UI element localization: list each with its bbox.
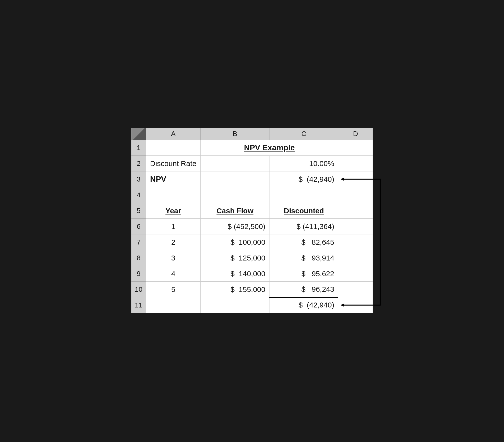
- cell-c7[interactable]: $ 82,645: [270, 234, 338, 250]
- col-header-d: D: [338, 128, 373, 140]
- row-header-8: 8: [131, 250, 146, 266]
- cell-a9[interactable]: 4: [146, 266, 200, 282]
- row-6: 6 1 $ (452,500) $ (411,364): [131, 219, 373, 234]
- row-10: 10 5 $ 155,000 $ 96,243: [131, 282, 373, 297]
- row-header-10: 10: [131, 282, 146, 297]
- discount-rate-label: Discount Rate: [150, 159, 196, 167]
- cell-d3[interactable]: [338, 171, 373, 187]
- cell-d10[interactable]: [338, 282, 373, 297]
- disc-7: $ 82,645: [302, 238, 334, 246]
- row-8: 8 3 $ 125,000 $ 93,914: [131, 250, 373, 266]
- cell-d4[interactable]: [338, 187, 373, 203]
- cell-a10[interactable]: 5: [146, 282, 200, 297]
- row-11: 11 $ (42,940): [131, 297, 373, 313]
- row-header-11: 11: [131, 297, 146, 313]
- cell-b9[interactable]: $ 140,000: [200, 266, 270, 282]
- cell-c5[interactable]: Discounted: [270, 203, 338, 219]
- row-2: 2 Discount Rate 10.00%: [131, 156, 373, 171]
- col-header-b: B: [200, 128, 270, 140]
- row-header-9: 9: [131, 266, 146, 282]
- cell-a11[interactable]: [146, 297, 200, 313]
- npv-value: $ (42,940): [299, 175, 334, 183]
- row-header-7: 7: [131, 234, 146, 250]
- npv-label: NPV: [150, 175, 166, 183]
- cf-7: $ 100,000: [230, 238, 265, 246]
- cell-c4[interactable]: [270, 187, 338, 203]
- disc-9: $ 95,622: [302, 270, 334, 278]
- cell-b3[interactable]: [200, 171, 270, 187]
- cell-b11[interactable]: [200, 297, 270, 313]
- cell-c6[interactable]: $ (411,364): [270, 219, 338, 234]
- cell-a7[interactable]: 2: [146, 234, 200, 250]
- discount-rate-value: 10.00%: [309, 159, 334, 167]
- row-header-2: 2: [131, 156, 146, 171]
- title-text: NPV Example: [244, 143, 295, 152]
- row-4: 4: [131, 187, 373, 203]
- cell-b6[interactable]: $ (452,500): [200, 219, 270, 234]
- spreadsheet-table: A B C D 1 NPV Example 2: [131, 128, 373, 313]
- disc-6: $ (411,364): [297, 222, 334, 230]
- table-wrapper: A B C D 1 NPV Example 2: [131, 128, 373, 313]
- disc-8: $ 93,914: [302, 254, 334, 262]
- cf-9: $ 140,000: [230, 270, 265, 278]
- corner-header: [131, 128, 146, 140]
- row-header-1: 1: [131, 140, 146, 156]
- row-header-3: 3: [131, 171, 146, 187]
- cash-flow-header: Cash Flow: [216, 207, 253, 215]
- spreadsheet-container: A B C D 1 NPV Example 2: [126, 123, 378, 319]
- cell-b10[interactable]: $ 155,000: [200, 282, 270, 297]
- cell-b4[interactable]: [200, 187, 270, 203]
- row-1: 1 NPV Example: [131, 140, 373, 156]
- cell-a4[interactable]: [146, 187, 200, 203]
- cell-b7[interactable]: $ 100,000: [200, 234, 270, 250]
- cell-c8[interactable]: $ 93,914: [270, 250, 338, 266]
- row-9: 9 4 $ 140,000 $ 95,622: [131, 266, 373, 282]
- row-3: 3 NPV $ (42,940): [131, 171, 373, 187]
- col-header-a: A: [146, 128, 200, 140]
- cf-6: $ (452,500): [228, 222, 265, 230]
- cell-a5[interactable]: Year: [146, 203, 200, 219]
- cell-b1[interactable]: NPV Example: [200, 140, 338, 156]
- cell-a2[interactable]: Discount Rate: [146, 156, 200, 171]
- total-value: $ (42,940): [299, 301, 334, 309]
- cell-d11[interactable]: [338, 297, 373, 313]
- cell-a1[interactable]: [146, 140, 200, 156]
- year-10: 5: [171, 285, 176, 293]
- row-7: 7 2 $ 100,000 $ 82,645: [131, 234, 373, 250]
- cell-b2[interactable]: [200, 156, 270, 171]
- year-8: 3: [171, 254, 176, 262]
- cell-a3[interactable]: NPV: [146, 171, 200, 187]
- year-7: 2: [171, 238, 176, 246]
- discounted-header: Discounted: [284, 207, 324, 215]
- cell-d6[interactable]: [338, 219, 373, 234]
- cell-d1[interactable]: [338, 140, 373, 156]
- cell-c2[interactable]: 10.00%: [270, 156, 338, 171]
- year-9: 4: [171, 270, 176, 278]
- row-5: 5 Year Cash Flow Discounted: [131, 203, 373, 219]
- cell-d5[interactable]: [338, 203, 373, 219]
- row-header-6: 6: [131, 219, 146, 234]
- cell-c11-total[interactable]: $ (42,940): [270, 297, 338, 313]
- cell-a8[interactable]: 3: [146, 250, 200, 266]
- cell-c9[interactable]: $ 95,622: [270, 266, 338, 282]
- disc-10: $ 96,243: [302, 285, 334, 293]
- row-header-5: 5: [131, 203, 146, 219]
- cf-8: $ 125,000: [230, 254, 265, 262]
- year-header: Year: [165, 207, 181, 215]
- row-header-4: 4: [131, 187, 146, 203]
- cell-d9[interactable]: [338, 266, 373, 282]
- cell-c3-npv[interactable]: $ (42,940): [270, 171, 338, 187]
- cell-b5[interactable]: Cash Flow: [200, 203, 270, 219]
- cell-b8[interactable]: $ 125,000: [200, 250, 270, 266]
- year-6: 1: [171, 222, 176, 230]
- cell-a6[interactable]: 1: [146, 219, 200, 234]
- cell-d8[interactable]: [338, 250, 373, 266]
- cf-10: $ 155,000: [230, 285, 265, 293]
- cell-d2[interactable]: [338, 156, 373, 171]
- col-header-c: C: [270, 128, 338, 140]
- cell-c10[interactable]: $ 96,243: [270, 282, 338, 297]
- cell-d7[interactable]: [338, 234, 373, 250]
